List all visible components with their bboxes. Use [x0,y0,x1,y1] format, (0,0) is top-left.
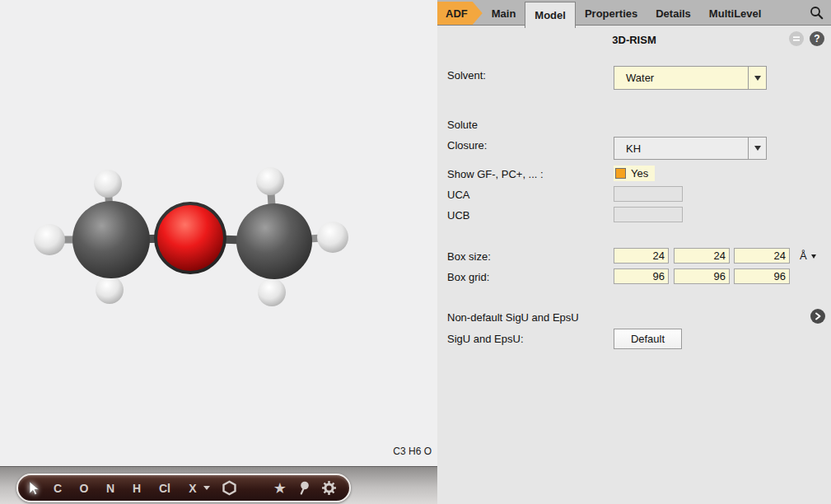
adf-input-window: C3 H6 O C O N H Cl X [0,0,831,504]
tab-multilevel[interactable]: MultiLevel [700,2,771,25]
oxygen-atom [157,205,223,271]
closure-dropdown[interactable]: KH [614,137,767,160]
settings-tool[interactable] [321,480,337,496]
sigu-default-button[interactable]: Default [614,329,682,349]
uca-input[interactable] [614,186,683,202]
sigu-label: SigU and EpsU: [447,333,524,345]
chevron-down-icon [811,254,816,259]
tab-main[interactable]: Main [483,2,525,25]
element-button-cl[interactable]: Cl [154,482,175,495]
box-grid-y-input[interactable] [674,268,730,284]
unit-label: Å [800,250,807,262]
ucb-label: UCB [447,209,469,222]
dropdown-arrow-button[interactable] [748,138,766,159]
molecule-3d-render [0,0,437,466]
element-picker-x[interactable]: X [184,482,210,495]
element-button-n[interactable]: N [101,482,119,495]
show-gf-checkbox-row[interactable]: Yes [614,166,655,181]
chevron-right-icon [813,311,823,321]
search-button[interactable] [810,0,831,25]
ucb-input[interactable] [614,207,683,222]
menu-lines-icon [791,34,801,44]
structures-tool[interactable]: ★ [273,481,287,496]
hexagon-ring-icon [222,480,237,496]
molecule-viewport[interactable]: C3 H6 O [0,0,437,466]
element-toolbar: C O N H Cl X ★ [16,474,351,502]
element-button-o[interactable]: O [75,482,93,495]
settings-panel: ADF Main Model Properties Details MultiL… [437,0,831,504]
show-gf-value: Yes [631,167,648,180]
chevron-down-icon [754,146,761,151]
panel-menu-button[interactable] [789,31,804,46]
nondefault-sigu-label: Non-default SigU and EpsU [447,311,579,324]
gear-icon [321,480,337,496]
element-button-c[interactable]: C [49,482,67,495]
show-gf-label: Show GF-, PC+, ... : [447,168,544,180]
chevron-down-icon [754,76,761,81]
solvent-label: Solvent: [447,69,486,82]
chevron-down-icon [203,486,210,490]
search-icon [810,6,824,20]
expand-sigu-button[interactable] [810,309,825,324]
box-grid-x-input[interactable] [614,268,669,284]
ring-structure-tool[interactable] [222,480,237,496]
tab-bar: ADF Main Model Properties Details MultiL… [437,0,831,26]
closure-value: KH [614,142,748,155]
box-size-label: Box size: [447,250,491,263]
checkbox-checked-icon[interactable] [615,168,626,179]
viewer-toolbar-strip: C O N H Cl X ★ [0,466,437,504]
cursor-arrow-icon [28,481,40,496]
box-size-z-input[interactable] [734,248,790,264]
box-size-unit-dropdown[interactable]: Å [800,250,816,262]
question-mark-icon: ? [814,33,819,44]
tab-model[interactable]: Model [525,2,576,28]
element-picker-x-label: X [184,482,202,495]
balloon-tool[interactable] [298,481,310,496]
molecular-formula: C3 H6 O [393,446,432,457]
tab-details[interactable]: Details [647,2,700,25]
closure-label: Closure: [447,139,487,152]
uca-label: UCA [447,189,469,201]
help-button[interactable]: ? [810,31,824,46]
tab-properties[interactable]: Properties [576,2,647,25]
box-grid-z-input[interactable] [734,268,790,284]
box-size-x-input[interactable] [614,248,669,264]
star-icon: ★ [273,481,287,496]
box-grid-label: Box grid: [447,271,489,283]
tab-adf[interactable]: ADF [437,2,483,25]
solvent-dropdown[interactable]: Water [614,66,767,90]
element-button-h[interactable]: H [128,482,146,495]
dropdown-arrow-button[interactable] [748,67,766,89]
solvent-value: Water [614,72,748,84]
select-cursor-tool[interactable] [28,481,40,496]
balloon-icon [298,481,310,496]
solute-section-label: Solute [447,119,478,131]
box-size-y-input[interactable] [674,248,730,264]
page-title: 3D-RISM [437,34,831,46]
